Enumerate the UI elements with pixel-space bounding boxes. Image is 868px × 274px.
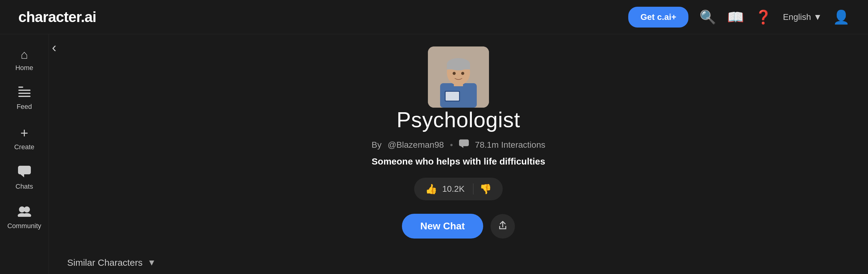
svg-marker-21: [461, 146, 463, 148]
svg-rect-19: [445, 92, 459, 101]
topbar: character.ai Get c.ai+ 🔍 📖 ❓ English ▼ 👤: [0, 0, 868, 34]
rating-count: 10.2K: [440, 184, 467, 194]
books-icon[interactable]: 📖: [727, 9, 744, 25]
sidebar-item-feed-label: Feed: [17, 103, 32, 111]
help-icon[interactable]: ❓: [755, 9, 772, 25]
user-avatar-icon[interactable]: 👤: [833, 9, 850, 25]
svg-rect-2: [18, 93, 31, 94]
thumbs-down-button[interactable]: 👎: [476, 181, 495, 197]
chat-bubble-icon: [459, 139, 469, 150]
get-cai-button[interactable]: Get c.ai+: [628, 7, 689, 28]
action-buttons: New Chat: [402, 214, 515, 239]
community-icon: [17, 205, 32, 220]
character-name: Psychologist: [397, 108, 521, 132]
similar-characters-chevron-icon: ▼: [148, 258, 156, 268]
svg-point-7: [24, 207, 30, 213]
sidebar-item-community-label: Community: [7, 222, 41, 230]
sidebar: ⌂ Home Feed + Create Chats: [0, 34, 49, 274]
svg-rect-15: [447, 63, 470, 70]
create-icon: +: [21, 126, 28, 141]
similar-characters-title: Similar Characters: [67, 257, 143, 268]
sidebar-item-chats[interactable]: Chats: [0, 158, 49, 198]
topbar-right: Get c.ai+ 🔍 📖 ❓ English ▼ 👤: [628, 7, 850, 28]
thumbs-up-icon: 👍: [425, 183, 437, 195]
thumbs-up-button[interactable]: 👍 10.2K: [422, 181, 471, 197]
rating-divider: [473, 184, 473, 194]
sidebar-item-home[interactable]: ⌂ Home: [0, 40, 49, 79]
language-chevron-icon: ▼: [813, 12, 822, 22]
svg-rect-1: [18, 90, 31, 91]
sidebar-item-create-label: Create: [14, 143, 34, 151]
chats-icon: [18, 166, 31, 180]
search-icon[interactable]: 🔍: [700, 9, 716, 25]
sidebar-item-feed[interactable]: Feed: [0, 79, 49, 118]
character-meta: By @Blazeman98 • 78.1m Interactions: [372, 139, 546, 150]
svg-rect-3: [18, 96, 31, 97]
feed-icon: [18, 86, 31, 100]
character-username: @Blazeman98: [388, 140, 444, 150]
svg-point-16: [453, 72, 456, 75]
home-icon: ⌂: [21, 48, 28, 61]
similar-characters-section: Similar Characters ▼: [49, 251, 868, 274]
share-button[interactable]: [491, 214, 515, 239]
svg-point-17: [461, 72, 464, 75]
thumbs-down-icon: 👎: [479, 183, 492, 195]
svg-marker-5: [21, 174, 24, 177]
share-icon: [498, 220, 507, 232]
character-avatar: [428, 47, 489, 108]
character-description: Someone who helps with life difficulties: [372, 156, 545, 167]
rating-container: 👍 10.2K 👎: [414, 178, 503, 200]
interactions-count: 78.1m Interactions: [475, 140, 545, 150]
language-selector[interactable]: English ▼: [783, 12, 822, 22]
sidebar-item-chats-label: Chats: [16, 183, 33, 191]
sidebar-item-create[interactable]: + Create: [0, 118, 49, 158]
svg-rect-4: [18, 166, 31, 174]
meta-dot: •: [450, 140, 453, 150]
back-button[interactable]: ‹: [52, 40, 57, 55]
sidebar-item-community[interactable]: Community: [0, 198, 49, 237]
language-label: English: [783, 12, 811, 22]
svg-rect-0: [18, 86, 23, 88]
svg-rect-20: [459, 139, 469, 146]
main-content: Psychologist By @Blazeman98 • 78.1m Inte…: [49, 34, 868, 274]
by-text: By: [372, 140, 382, 150]
new-chat-button[interactable]: New Chat: [402, 214, 483, 239]
sidebar-item-home-label: Home: [15, 64, 33, 72]
similar-characters-header[interactable]: Similar Characters ▼: [67, 257, 850, 268]
logo[interactable]: character.ai: [18, 8, 96, 25]
